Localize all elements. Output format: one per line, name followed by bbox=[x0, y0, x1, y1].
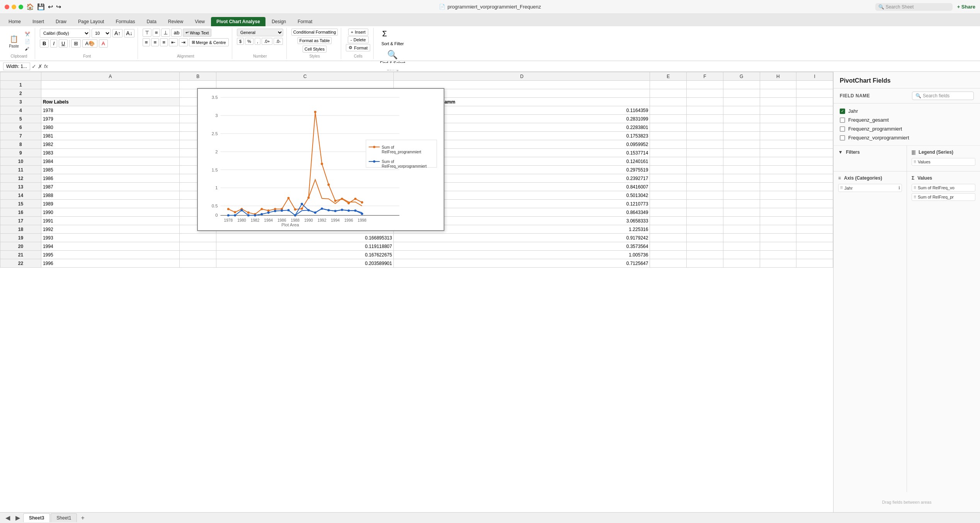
undo-icon[interactable]: ↩ bbox=[48, 3, 53, 10]
cell-5-7[interactable] bbox=[760, 115, 796, 123]
col-header-d[interactable]: D bbox=[394, 72, 650, 81]
font-name-select[interactable]: Calibri (Body) bbox=[40, 29, 90, 38]
cell-19-7[interactable] bbox=[760, 234, 796, 242]
cell-22-2[interactable]: 0.203589901 bbox=[216, 259, 393, 268]
cell-5-8[interactable] bbox=[796, 115, 833, 123]
cell-17-7[interactable] bbox=[760, 217, 796, 225]
row-header-17[interactable]: 17 bbox=[0, 217, 41, 225]
border-button[interactable]: ⊞ bbox=[71, 39, 81, 48]
cell-9-0[interactable]: 1983 bbox=[41, 149, 179, 157]
axis-jahr-item[interactable]: ⠿ Jahr ℹ bbox=[838, 184, 902, 192]
cell-18-7[interactable] bbox=[760, 225, 796, 234]
row-header-22[interactable]: 22 bbox=[0, 259, 41, 268]
cell-13-5[interactable] bbox=[687, 183, 723, 191]
cell-18-6[interactable] bbox=[723, 225, 760, 234]
tab-data[interactable]: Data bbox=[141, 17, 162, 26]
close-button[interactable] bbox=[5, 5, 9, 9]
values-item-1[interactable]: ⠿ Sum of RelFreq_vo bbox=[912, 184, 975, 192]
cell-2-8[interactable] bbox=[796, 89, 833, 98]
row-header-13[interactable]: 13 bbox=[0, 183, 41, 191]
row-header-9[interactable]: 9 bbox=[0, 149, 41, 157]
col-header-e[interactable]: E bbox=[650, 72, 687, 81]
sheet-tab-sheet3[interactable]: Sheet3 bbox=[23, 513, 50, 522]
col-header-f[interactable]: F bbox=[687, 72, 723, 81]
maximize-button[interactable] bbox=[19, 5, 23, 9]
cell-20-6[interactable] bbox=[723, 242, 760, 251]
bold-button[interactable]: B bbox=[40, 39, 49, 48]
underline-button[interactable]: U bbox=[59, 39, 68, 48]
tab-pivot-chart-analyse[interactable]: Pivot Chart Analyse bbox=[211, 17, 265, 26]
chart-overlay[interactable]: 3.5 3 2.5 2 1.5 1 0.5 0 1978 1980 bbox=[197, 88, 444, 231]
row-header-18[interactable]: 18 bbox=[0, 225, 41, 234]
checkbox-frequenz-programmiert[interactable] bbox=[840, 126, 845, 132]
col-header-b[interactable]: B bbox=[180, 72, 216, 81]
cell-12-8[interactable] bbox=[796, 174, 833, 183]
cell-1-6[interactable] bbox=[723, 81, 760, 89]
save-icon[interactable]: 💾 bbox=[37, 3, 45, 10]
cell-21-8[interactable] bbox=[796, 251, 833, 259]
cell-6-7[interactable] bbox=[760, 123, 796, 132]
col-header-i[interactable]: I bbox=[796, 72, 833, 81]
cell-15-6[interactable] bbox=[723, 200, 760, 208]
cell-4-8[interactable] bbox=[796, 106, 833, 115]
cell-21-7[interactable] bbox=[760, 251, 796, 259]
cell-14-4[interactable] bbox=[650, 191, 687, 200]
tab-view[interactable]: View bbox=[189, 17, 210, 26]
increase-decimal-button[interactable]: .0+ bbox=[262, 38, 272, 45]
cell-19-1[interactable] bbox=[180, 234, 216, 242]
cell-5-6[interactable] bbox=[723, 115, 760, 123]
cell-12-0[interactable]: 1986 bbox=[41, 174, 179, 183]
row-header-12[interactable]: 12 bbox=[0, 174, 41, 183]
cell-19-8[interactable] bbox=[796, 234, 833, 242]
cell-1-0[interactable] bbox=[41, 81, 179, 89]
cell-5-0[interactable]: 1979 bbox=[41, 115, 179, 123]
cell-20-4[interactable] bbox=[650, 242, 687, 251]
paste-button[interactable]: 📋 Paste bbox=[6, 33, 22, 50]
cell-22-3[interactable]: 0.7125647 bbox=[394, 259, 650, 268]
cell-18-8[interactable] bbox=[796, 225, 833, 234]
cell-7-8[interactable] bbox=[796, 132, 833, 140]
cell-1-4[interactable] bbox=[650, 81, 687, 89]
cell-13-4[interactable] bbox=[650, 183, 687, 191]
fill-color-button[interactable]: A🎨 bbox=[82, 39, 97, 48]
row-header-8[interactable]: 8 bbox=[0, 140, 41, 149]
cell-20-5[interactable] bbox=[687, 242, 723, 251]
home-icon[interactable]: 🏠 bbox=[26, 3, 34, 10]
cell-14-8[interactable] bbox=[796, 191, 833, 200]
add-sheet-button[interactable]: + bbox=[78, 514, 87, 522]
cell-8-0[interactable]: 1982 bbox=[41, 140, 179, 149]
cell-3-8[interactable] bbox=[796, 98, 833, 106]
row-header-6[interactable]: 6 bbox=[0, 123, 41, 132]
cell-14-0[interactable]: 1988 bbox=[41, 191, 179, 200]
delete-cells-button[interactable]: - Delete bbox=[348, 36, 368, 43]
cell-10-0[interactable]: 1984 bbox=[41, 157, 179, 166]
cell-6-0[interactable]: 1980 bbox=[41, 123, 179, 132]
search-bar[interactable]: 🔍 Search Sheet bbox=[875, 3, 953, 11]
cell-21-6[interactable] bbox=[723, 251, 760, 259]
cell-9-8[interactable] bbox=[796, 149, 833, 157]
row-header-16[interactable]: 16 bbox=[0, 208, 41, 217]
format-cells-button[interactable]: ⚙ Format bbox=[346, 44, 370, 51]
cell-9-7[interactable] bbox=[760, 149, 796, 157]
font-color-button[interactable]: A bbox=[99, 39, 108, 48]
prev-sheet-button[interactable]: ◀ bbox=[3, 513, 12, 522]
sheet-tab-sheet1[interactable]: Sheet1 bbox=[51, 513, 77, 522]
cell-17-8[interactable] bbox=[796, 217, 833, 225]
cell-1-5[interactable] bbox=[687, 81, 723, 89]
cell-1-7[interactable] bbox=[760, 81, 796, 89]
cell-12-5[interactable] bbox=[687, 174, 723, 183]
cell-7-5[interactable] bbox=[687, 132, 723, 140]
row-header-15[interactable]: 15 bbox=[0, 200, 41, 208]
cell-14-5[interactable] bbox=[687, 191, 723, 200]
decrease-font-button[interactable]: A↓ bbox=[124, 29, 134, 37]
cell-20-8[interactable] bbox=[796, 242, 833, 251]
field-item-frequenz-gesamt[interactable]: Frequenz_gesamt bbox=[834, 115, 980, 124]
cell-13-6[interactable] bbox=[723, 183, 760, 191]
checkbox-jahr[interactable]: ✓ bbox=[840, 109, 845, 114]
cell-15-4[interactable] bbox=[650, 200, 687, 208]
row-header-4[interactable]: 4 bbox=[0, 106, 41, 115]
cell-10-8[interactable] bbox=[796, 157, 833, 166]
cell-22-6[interactable] bbox=[723, 259, 760, 268]
cell-10-5[interactable] bbox=[687, 157, 723, 166]
cell-20-7[interactable] bbox=[760, 242, 796, 251]
